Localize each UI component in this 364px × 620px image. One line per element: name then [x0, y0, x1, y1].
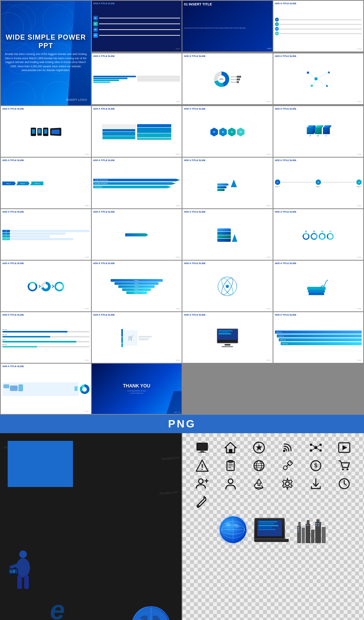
slide-1[interactable]: ADD A TITLE SLIDE 01 02 03 04 * PPTT: [92, 1, 182, 52]
slide-19[interactable]: ADD A TITLE SLIDE * PPTT: [1, 261, 91, 311]
slide-11-title: ADD A TITLE SLIDE: [2, 159, 89, 161]
slide-10-title: ADD A TITLE SLIDE: [275, 108, 362, 110]
slide-24-title: ADD A TITLE SLIDE: [93, 314, 180, 316]
hero-slide[interactable]: WIDE SIMPLE POWER PPT Aoodal has been ru…: [1, 1, 91, 105]
svg-line-3: [316, 79, 327, 86]
slide-21-footer: * PPTT: [184, 308, 271, 310]
svg-point-5: [16, 558, 30, 577]
warning-icon[interactable]: [190, 459, 214, 472]
recycle-icon[interactable]: [247, 477, 271, 490]
slide-16[interactable]: ADD A TITLE SLIDE * PPTT: [92, 209, 182, 260]
slide-3[interactable]: ADD A TITLE SLIDE 01 02 03: [273, 1, 364, 52]
clock-icon[interactable]: [333, 477, 356, 490]
slide-13[interactable]: ADD A TITLE SLIDE * PPTT: [182, 158, 273, 208]
slide-1-title: ADD A TITLE SLIDE: [93, 2, 180, 5]
slide-28-content: THANK YOU Lorem ipsum dolor sit amet con…: [93, 365, 180, 413]
slide-5[interactable]: ADD A TITLE SLIDE 45% Step 01 ████ Step …: [182, 53, 273, 104]
cart-icon[interactable]: [333, 459, 356, 472]
svg-point-69: [198, 505, 199, 507]
home-icon[interactable]: [218, 441, 242, 454]
slide-25-content: [184, 317, 271, 359]
slide-23-content: Item A Item B Item C: [2, 317, 89, 359]
slide-15[interactable]: ADD A TITLE SLIDE A B C: [1, 209, 91, 260]
slide-23[interactable]: ADD A TITLE SLIDE Item A Item B: [1, 312, 91, 363]
slide-11[interactable]: ADD A TITLE SLIDE Step 1 Step 2 Step 3 *…: [1, 158, 91, 208]
svg-line-34: [317, 445, 319, 447]
slide-25-title: ADD A TITLE SLIDE: [184, 314, 271, 316]
slide-18-content: 01 02 03 04: [275, 214, 362, 256]
svg-rect-75: [298, 522, 301, 526]
svg-rect-78: [307, 520, 309, 524]
slide-21[interactable]: ADD A TITLE SLIDE * PPTT: [182, 261, 273, 311]
slide-12[interactable]: ADD A TITLE SLIDE GOAL PROGRESS SOCIAL P…: [92, 158, 182, 208]
slide-12-content: GOAL PROGRESS SOCIAL PROJECT INITIATIVE: [93, 162, 180, 205]
svg-line-35: [312, 449, 314, 450]
slide-26[interactable]: ADD A TITLE SLIDE STEP 01 STEP 02 STEP 0…: [273, 312, 364, 363]
slide-28-footer: WIDE LOGO: [174, 412, 180, 413]
satellite-icon[interactable]: [276, 459, 299, 472]
svg-rect-90: [316, 525, 317, 526]
slide-23-footer: * PPTT: [2, 359, 89, 361]
svg-rect-79: [311, 530, 314, 543]
slide-2-footer: * PPTT: [267, 48, 272, 50]
asset-panel-left: Aoodal.com Aoodal.com Aoodal.com Aoodal.…: [0, 433, 182, 620]
play-icon[interactable]: [333, 441, 356, 454]
slide-22-content: [275, 265, 362, 308]
money-icon[interactable]: $: [304, 459, 328, 472]
slide-18[interactable]: ADD A TITLE SLIDE 01 02 03: [273, 209, 364, 260]
slide-28[interactable]: THANK YOU Lorem ipsum dolor sit amet con…: [92, 364, 182, 414]
network-icon[interactable]: [304, 441, 328, 454]
slide-10-content: A B C: [275, 111, 362, 153]
rss-icon[interactable]: [276, 441, 299, 454]
gear-icon[interactable]: [276, 477, 299, 490]
slide-8[interactable]: ADD A TITLE SLIDE: [92, 106, 182, 157]
slide-27[interactable]: ADD A TITLE SLIDE * PPTT: [1, 364, 91, 414]
svg-rect-86: [306, 525, 308, 526]
globe-visual: [132, 606, 170, 620]
svg-line-2: [313, 79, 316, 86]
globe-icon[interactable]: [247, 459, 271, 472]
slide-24[interactable]: ADD A TITLE SLIDE 🛒: [92, 312, 182, 363]
person-icon[interactable]: [218, 477, 242, 490]
slides-grid: WIDE SIMPLE POWER PPT Aoodal has been ru…: [0, 0, 364, 415]
slide-20[interactable]: ADD A TITLE SLIDE Step 1 Step 2 Step 3 S…: [92, 261, 182, 311]
svg-rect-76: [302, 528, 305, 543]
svg-line-1: [316, 73, 329, 79]
slide-25[interactable]: ADD A TITLE SLIDE * PPTT: [182, 312, 273, 363]
tv-icon[interactable]: [190, 441, 214, 454]
slide-21-content: [184, 265, 271, 308]
slide-15-content: A B C D: [2, 214, 89, 256]
slide-2[interactable]: 01 INSERT TITLE Lorem ipsum dolor sit am…: [182, 1, 273, 52]
slide-6-footer: * PPTT: [275, 101, 362, 103]
slide-20-content: Step 1 Step 2 Step 3 Step 4 Step 5: [93, 265, 180, 308]
slide-6[interactable]: ADD A TITLE SLIDE * PPTT: [273, 53, 364, 104]
slide-24-content: 🛒: [93, 317, 180, 359]
svg-rect-20: [197, 444, 207, 450]
svg-line-36: [317, 449, 319, 450]
svg-rect-92: [296, 516, 327, 519]
clipboard-icon[interactable]: [218, 459, 242, 472]
svg-rect-87: [308, 525, 309, 526]
slide-9[interactable]: ADD A TITLE SLIDE 01 02 03 04 * PPTT: [182, 106, 273, 157]
slide-13-title: ADD A TITLE SLIDE: [184, 159, 271, 161]
svg-point-28: [314, 446, 318, 449]
slide-5-footer: * PPTT: [184, 101, 271, 103]
star-icon[interactable]: [247, 441, 271, 454]
wrench-icon[interactable]: [190, 495, 214, 509]
slide-22[interactable]: ADD A TITLE SLIDE * PPTT: [273, 261, 364, 311]
slide-8-title: ADD A TITLE SLIDE: [93, 108, 180, 110]
svg-point-31: [310, 449, 312, 452]
slide-11-content: Step 1 Step 2 Step 3: [2, 162, 89, 205]
slide-7-content: [2, 111, 89, 153]
slide-17-footer: * PPTT: [184, 256, 271, 258]
slide-7[interactable]: ADD A TITLE SLIDE * PP: [1, 106, 91, 157]
slide-4-content: [93, 58, 180, 101]
slide-17-content: [184, 214, 271, 256]
slide-10[interactable]: ADD A TITLE SLIDE A B: [273, 106, 364, 157]
slide-14[interactable]: ADD A TITLE SLIDE ✉ ⚙ ★ Step 1 Step 2: [273, 158, 364, 208]
svg-rect-7: [24, 575, 29, 589]
slide-17[interactable]: ADD A TITLE SLIDE * PPTT: [182, 209, 273, 260]
slide-4[interactable]: ADD A TITLE SLIDE: [92, 53, 182, 104]
download-icon[interactable]: [304, 477, 328, 490]
add-person-icon[interactable]: [190, 477, 214, 490]
